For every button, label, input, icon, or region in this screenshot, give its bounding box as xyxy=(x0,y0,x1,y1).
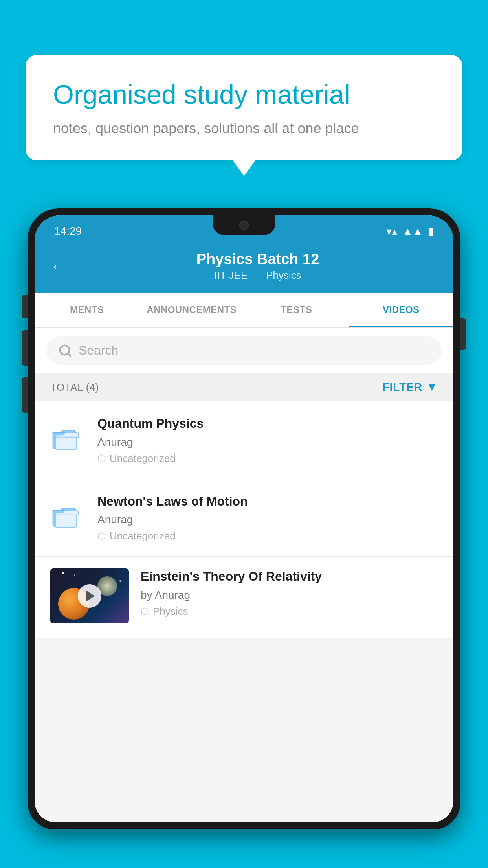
video-author: by Anurag xyxy=(141,589,438,601)
header-title: Physics Batch 12 xyxy=(78,251,438,268)
video-author: Anurag xyxy=(97,513,438,526)
filter-button[interactable]: FILTER ▼ xyxy=(382,381,438,394)
phone-notch xyxy=(213,215,275,235)
header-tag1: IIT JEE xyxy=(214,269,248,281)
header-tag2: Physics xyxy=(266,269,301,281)
phone-container: 14:29 ▾▴ ▲▲ ▮ ← Physics Batch 12 IIT JEE… xyxy=(28,208,460,868)
tabs-container: MENTS ANNOUNCEMENTS TESTS VIDEOS xyxy=(35,293,453,328)
filter-bar: TOTAL (4) FILTER ▼ xyxy=(35,373,453,401)
tab-videos[interactable]: VIDEOS xyxy=(349,293,454,327)
tab-tests[interactable]: TESTS xyxy=(244,293,349,327)
front-camera xyxy=(239,221,249,230)
svg-line-1 xyxy=(68,353,71,356)
phone-volume-up-button xyxy=(22,330,28,366)
header-subtitle: IIT JEE Physics xyxy=(78,269,438,281)
play-button[interactable] xyxy=(78,584,101,608)
video-tag: ⬡ Uncategorized xyxy=(97,452,438,465)
video-list: Quantum Physics Anurag ⬡ Uncategorized xyxy=(35,401,453,638)
speech-bubble-title: Organised study material xyxy=(53,79,435,111)
search-icon xyxy=(58,344,72,358)
search-input-wrapper[interactable]: Search xyxy=(46,336,442,365)
video-info: Newton's Laws of Motion Anurag ⬡ Uncateg… xyxy=(97,493,438,542)
search-container: Search xyxy=(35,328,453,373)
speech-bubble-container: Organised study material notes, question… xyxy=(26,55,462,160)
video-title: Newton's Laws of Motion xyxy=(97,493,438,510)
list-item[interactable]: Newton's Laws of Motion Anurag ⬡ Uncateg… xyxy=(35,479,453,557)
tag-icon: ⬡ xyxy=(97,531,106,542)
filter-icon: ▼ xyxy=(426,381,438,394)
status-time: 14:29 xyxy=(54,225,82,237)
video-info: Einstein's Theory Of Relativity by Anura… xyxy=(141,568,438,618)
phone-outer: 14:29 ▾▴ ▲▲ ▮ ← Physics Batch 12 IIT JEE… xyxy=(28,208,460,829)
list-item[interactable]: Quantum Physics Anurag ⬡ Uncategorized xyxy=(35,401,453,479)
signal-icon: ▲▲ xyxy=(403,225,423,237)
filter-label: FILTER xyxy=(382,381,422,394)
tab-ments[interactable]: MENTS xyxy=(35,293,139,327)
phone-screen: 14:29 ▾▴ ▲▲ ▮ ← Physics Batch 12 IIT JEE… xyxy=(35,215,453,822)
play-triangle-icon xyxy=(86,590,95,601)
list-item[interactable]: Einstein's Theory Of Relativity by Anura… xyxy=(35,557,453,638)
phone-power-button xyxy=(460,318,466,350)
tag-label: Uncategorized xyxy=(110,452,176,465)
video-thumbnail xyxy=(50,568,129,623)
header-center: Physics Batch 12 IIT JEE Physics xyxy=(78,251,438,281)
star-decoration xyxy=(119,580,121,582)
video-title: Quantum Physics xyxy=(97,416,438,432)
speech-bubble: Organised study material notes, question… xyxy=(26,55,462,160)
video-title: Einstein's Theory Of Relativity xyxy=(141,568,438,585)
tag-label: Physics xyxy=(153,605,188,618)
total-count: TOTAL (4) xyxy=(50,381,99,394)
wifi-icon: ▾▴ xyxy=(386,225,397,238)
app-header: ← Physics Batch 12 IIT JEE Physics xyxy=(35,243,453,293)
tag-label: Uncategorized xyxy=(110,530,176,542)
speech-bubble-subtitle: notes, question papers, solutions all at… xyxy=(53,120,435,137)
status-icons: ▾▴ ▲▲ ▮ xyxy=(386,225,434,238)
star-decoration xyxy=(74,574,75,576)
star-decoration xyxy=(62,572,64,574)
video-tag: ⬡ Physics xyxy=(141,605,438,618)
folder-icon xyxy=(50,501,86,534)
tag-icon: ⬡ xyxy=(141,606,149,617)
video-author: Anurag xyxy=(97,436,438,449)
folder-icon xyxy=(50,423,86,456)
back-button[interactable]: ← xyxy=(50,257,66,275)
phone-volume-down-button xyxy=(22,377,28,413)
tag-icon: ⬡ xyxy=(97,453,106,464)
phone-mute-button xyxy=(22,295,28,318)
tab-announcements[interactable]: ANNOUNCEMENTS xyxy=(139,293,244,327)
battery-icon: ▮ xyxy=(428,225,434,237)
video-tag: ⬡ Uncategorized xyxy=(97,530,438,542)
video-info: Quantum Physics Anurag ⬡ Uncategorized xyxy=(97,416,438,465)
search-input[interactable]: Search xyxy=(79,343,118,358)
